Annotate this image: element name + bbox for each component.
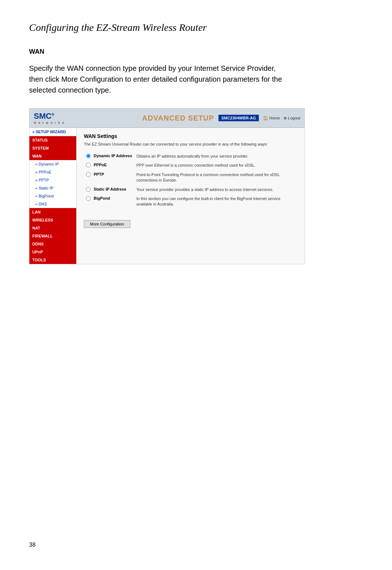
static-ip-desc: Your service provider provides a static … [134,185,297,194]
header-nav: 🏠 Home ⊗ Logout [263,116,300,121]
smc-logo-text: SMC® [34,111,54,121]
sidebar-item-wan[interactable]: WAN [29,152,76,160]
table-row: PPPoE PPP over Ethernet is a common conn… [84,161,297,170]
wan-intro-text: The EZ Stream Universal Router can be co… [84,142,297,146]
wan-options-table: Dynamic IP Address Obtains an IP address… [84,152,297,209]
page-number: 38 [29,542,36,548]
wan-section-heading: WAN [29,48,363,56]
static-ip-label[interactable]: Static IP Address [86,187,132,192]
router-body: » SETUP WIZARD STATUS SYSTEM WAN » Dynam… [29,128,305,264]
bigpond-desc: In this section you can configure the bu… [134,194,297,209]
home-link[interactable]: 🏠 Home [263,116,280,121]
home-icon: 🏠 [263,116,268,121]
more-config-container: More Configuration [84,215,297,228]
header-right: ADVANCED SETUP SMC2304WBR-AG 🏠 Home ⊗ Lo… [142,114,300,122]
option-radio-static-ip: Static IP Address [84,185,134,194]
sidebar-item-pppoe[interactable]: » PPPoE [29,168,76,176]
table-row: BigPond In this section you can configur… [84,194,297,209]
model-badge: SMC2304WBR-AG [219,115,259,121]
sidebar-item-setup-wizard[interactable]: » SETUP WIZARD [29,128,76,136]
logout-icon: ⊗ [283,116,287,121]
bigpond-label[interactable]: BigPond [86,196,132,201]
option-radio-dynamic-ip: Dynamic IP Address [84,152,134,161]
pppoe-desc: PPP over Ethernet is a common connection… [134,161,297,170]
sidebar-item-tools[interactable]: TOOLS [29,256,76,264]
bigpond-radio[interactable] [86,196,91,201]
description-text: Specify the WAN connection type provided… [29,63,290,95]
dynamic-ip-radio[interactable] [86,154,91,158]
sidebar-item-ddns[interactable]: DDNS [29,240,76,248]
page-title: Configuring the EZ-Stream Wireless Route… [29,22,363,33]
sidebar-item-status[interactable]: STATUS [29,136,76,144]
dynamic-ip-label[interactable]: Dynamic IP Address [86,154,132,158]
sidebar-item-upnp[interactable]: UPnP [29,248,76,256]
sidebar-item-nat[interactable]: NAT [29,224,76,232]
option-radio-pppoe: PPPoE [84,161,134,170]
sidebar-item-pptp[interactable]: » PPTP [29,176,76,184]
option-radio-bigpond: BigPond [84,194,134,209]
sidebar-item-lan[interactable]: LAN [29,208,76,216]
wan-settings-title: WAN Settings [84,133,297,139]
sidebar: » SETUP WIZARD STATUS SYSTEM WAN » Dynam… [29,128,77,264]
table-row: Static IP Address Your service provider … [84,185,297,194]
sidebar-item-system[interactable]: SYSTEM [29,144,76,152]
sidebar-item-dynamic-ip[interactable]: » Dynamic IP [29,160,76,168]
pppoe-radio[interactable] [86,163,91,167]
sidebar-item-bigpond[interactable]: » BigPond [29,192,76,200]
pptp-label[interactable]: PPTP [86,172,132,177]
logout-link[interactable]: ⊗ Logout [283,116,300,121]
smc-logo: SMC® N e t w o r k s [34,111,65,125]
sidebar-item-static-ip[interactable]: » Static IP [29,184,76,192]
pptp-radio[interactable] [86,172,91,177]
sidebar-item-firewall[interactable]: FIREWALL [29,232,76,240]
smc-networks-text: N e t w o r k s [34,121,65,125]
advanced-setup-label: ADVANCED SETUP [142,114,214,122]
sidebar-item-dns[interactable]: » DNS [29,200,76,208]
main-content: WAN Settings The EZ Stream Universal Rou… [77,128,305,264]
static-ip-radio[interactable] [86,187,91,192]
dynamic-ip-desc: Obtains an IP address automatically from… [134,152,297,161]
pptp-desc: Point-to-Point Tunneling Protocol is a c… [134,170,297,185]
sidebar-item-wireless[interactable]: WIRELESS [29,216,76,224]
router-panel: SMC® N e t w o r k s ADVANCED SETUP SMC2… [29,108,305,264]
table-row: PPTP Point-to-Point Tunneling Protocol i… [84,170,297,185]
pppoe-label[interactable]: PPPoE [86,163,132,167]
more-configuration-button[interactable]: More Configuration [84,220,130,228]
table-row: Dynamic IP Address Obtains an IP address… [84,152,297,161]
option-radio-pptp: PPTP [84,170,134,185]
router-header: SMC® N e t w o r k s ADVANCED SETUP SMC2… [29,109,305,128]
